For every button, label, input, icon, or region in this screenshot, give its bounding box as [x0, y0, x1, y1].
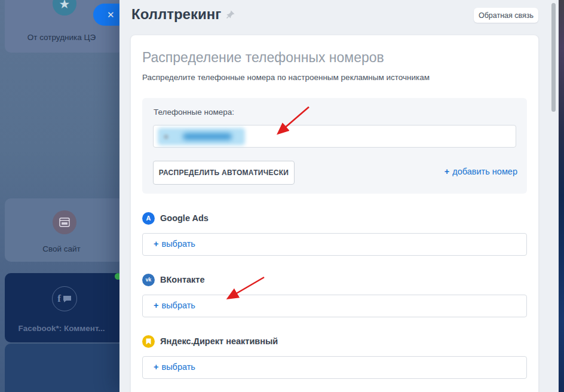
select-numbers-yandex[interactable]: +выбрать [142, 356, 527, 379]
close-icon: ✕ [107, 10, 115, 20]
vk-icon: vk [142, 274, 155, 286]
plus-icon: + [154, 362, 158, 372]
background-page-strip [559, 0, 564, 392]
pin-icon[interactable] [226, 10, 235, 22]
source-name: Google Ads [160, 213, 209, 223]
feedback-button[interactable]: Обратная связь [474, 8, 538, 23]
app-window: ★ От сотрудника ЦЭ Свой сайт f [0, 0, 564, 392]
source-row-google-ads: A Google Ads +выбрать [142, 212, 527, 225]
source-row-yandex-direct: Яндекс.Директ неактивный +выбрать [142, 335, 527, 348]
sidebar-card-own-site[interactable]: Свой сайт [5, 198, 124, 262]
phone-number-chip-blurred[interactable] [158, 128, 245, 145]
source-row-vkontakte: vk ВКонтакте +выбрать [142, 273, 527, 286]
page-title: Коллтрекинг [131, 6, 221, 23]
distribute-automatically-button[interactable]: РАСПРЕДЕЛИТЬ АВТОМАТИЧЕСКИ [153, 161, 295, 185]
google-ads-icon: A [142, 212, 155, 225]
sidebar-card-label: От сотрудника ЦЭ [5, 33, 118, 42]
yandex-direct-icon [142, 335, 155, 348]
phone-numbers-label: Телефонные номера: [154, 108, 234, 117]
sources-sidebar: ★ От сотрудника ЦЭ Свой сайт f [0, 0, 125, 392]
phone-numbers-input[interactable] [153, 125, 516, 148]
speech-bubble-icon [63, 295, 72, 303]
sidebar-card-facebook-comments[interactable]: f Facebook*: Коммент... [5, 273, 124, 342]
select-numbers-vk[interactable]: +выбрать [142, 295, 527, 317]
sidebar-card-partial[interactable] [5, 344, 124, 392]
star-icon: ★ [53, 0, 76, 16]
chip-remove-icon [164, 134, 168, 139]
sidebar-card-label: Facebook*: Коммент... [5, 324, 118, 333]
select-link[interactable]: +выбрать [154, 301, 195, 310]
plus-icon: + [154, 239, 158, 249]
section-title: Распределение телефонных номеров [142, 50, 384, 66]
sidebar-card-label: Свой сайт [5, 244, 118, 253]
source-name: ВКонтакте [160, 275, 205, 284]
plus-icon: + [445, 167, 449, 176]
plus-icon: + [154, 301, 158, 310]
select-link[interactable]: +выбрать [154, 239, 195, 249]
facebook-comments-icon: f [52, 286, 77, 311]
phone-numbers-box: Телефонные номера: РАСПРЕДЕЛИТЬ АВТОМАТИ… [142, 98, 527, 194]
add-number-link[interactable]: +добавить номер [445, 167, 517, 176]
website-icon [53, 210, 76, 234]
section-subtitle: Распределите телефонные номера по настро… [142, 73, 430, 82]
calltracking-panel: Коллтрекинг Обратная связь Распределение… [119, 0, 559, 392]
scrollbar-thumb[interactable] [551, 3, 556, 112]
select-numbers-google[interactable]: +выбрать [142, 233, 527, 256]
distribution-card: Распределение телефонных номеров Распред… [130, 35, 539, 392]
source-name: Яндекс.Директ неактивный [160, 336, 278, 346]
select-link[interactable]: +выбрать [154, 362, 195, 372]
